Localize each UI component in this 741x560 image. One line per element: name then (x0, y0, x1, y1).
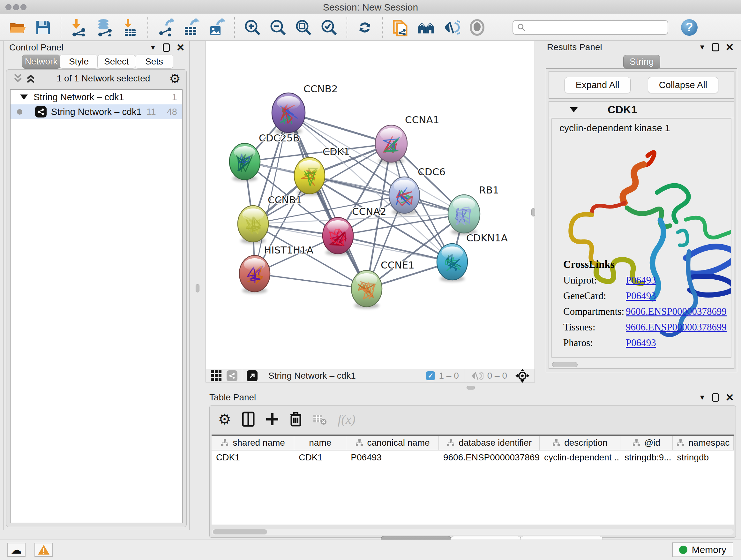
left-splitter-handle[interactable] (196, 284, 199, 293)
gene-card-header[interactable]: CDK1 (549, 102, 734, 118)
node-CDKN1A[interactable] (437, 244, 468, 282)
float-panel-icon[interactable] (712, 393, 719, 401)
right-splitter-handle[interactable] (531, 208, 535, 216)
tab-style[interactable]: Style (60, 55, 98, 69)
detach-view-icon[interactable] (247, 370, 258, 381)
close-panel-icon[interactable]: ✕ (725, 392, 734, 402)
node-RB1[interactable] (448, 195, 480, 235)
table-cell[interactable]: P06493 (346, 450, 439, 465)
network-options-gear-icon[interactable]: ⚙ (169, 72, 181, 85)
results-scrollbar[interactable] (734, 71, 736, 369)
collection-expand-icon[interactable] (20, 95, 28, 100)
table-cell[interactable]: 9606.ENSP00000378699 (439, 450, 540, 465)
export-image-icon[interactable] (208, 19, 225, 36)
table-cell[interactable]: CDK1 (294, 450, 346, 465)
zoom-fit-icon[interactable] (295, 19, 312, 36)
warnings-button[interactable] (35, 543, 53, 557)
hide-graphics-details-icon[interactable] (443, 19, 460, 36)
bottom-splitter-handle[interactable] (467, 386, 475, 389)
collapse-all-networks-icon[interactable] (12, 73, 25, 84)
birds-eye-view-icon[interactable] (468, 19, 486, 36)
column-header-description[interactable]: description (540, 436, 620, 450)
crosslink-link[interactable]: 9606.ENSP00000378699 (626, 321, 727, 333)
expand-all-button[interactable]: Expand All (564, 77, 630, 93)
column-header-database-identifier[interactable]: database identifier (439, 436, 540, 450)
tab-network[interactable]: Network (22, 55, 60, 69)
table-hscrollbar[interactable] (212, 529, 734, 535)
gene-expand-icon[interactable] (570, 107, 578, 112)
zoom-selected-icon[interactable] (320, 19, 338, 36)
float-panel-icon[interactable] (712, 43, 719, 51)
close-panel-icon[interactable]: ✕ (176, 43, 185, 53)
column-header-namespac[interactable]: namespac (673, 436, 734, 450)
collapse-all-button[interactable]: Collapse All (648, 77, 719, 93)
crosslink-link[interactable]: P06493 (626, 274, 656, 286)
show-columns-icon[interactable] (242, 412, 255, 427)
edge-HIST1H1A-CCNE1[interactable] (255, 273, 367, 289)
panel-menu-icon[interactable]: ▼ (149, 44, 156, 51)
column-header-canonical-name[interactable]: canonical name (346, 436, 439, 450)
expand-all-networks-icon[interactable] (25, 73, 38, 84)
zoom-in-icon[interactable] (244, 19, 261, 36)
refresh-icon[interactable] (356, 19, 374, 36)
tab-string[interactable]: String (623, 55, 660, 69)
node-CCNE1[interactable] (351, 270, 382, 308)
table-row[interactable]: CDK1CDK1P064939606.ENSP00000378699cyclin… (212, 450, 734, 465)
network-view-canvas[interactable]: CCNB2CCNA1CDC25BCDK1CDC6RB1CCNB1CCNA2CDK… (205, 41, 535, 369)
table-cell[interactable]: cyclin-dependent ... (540, 450, 620, 465)
float-panel-icon[interactable] (163, 44, 170, 52)
search-field[interactable] (526, 22, 664, 33)
search-input[interactable] (513, 20, 668, 35)
node-CCNB1[interactable] (238, 206, 268, 244)
table-cell[interactable]: stringdb:9... (620, 450, 672, 465)
tab-select[interactable]: Select (97, 55, 136, 69)
tab-sets[interactable]: Sets (135, 55, 173, 69)
table-hscrollbar-thumb[interactable] (213, 530, 267, 535)
table-cell[interactable]: stringdb (672, 450, 734, 465)
import-network-icon[interactable] (70, 19, 87, 36)
selected-nodes-checkbox-icon[interactable]: ✓ (426, 371, 435, 380)
edge-CCNA2-CDKN1A[interactable] (338, 236, 452, 262)
table-panel: Table Panel ▼ ✕ ⚙ f(x) shared namenameca… (205, 391, 741, 540)
column-header-name[interactable]: name (294, 436, 346, 450)
network-collection-row[interactable]: String Network – cdk1 1 (10, 90, 182, 105)
save-session-icon[interactable] (35, 19, 52, 36)
table-cell[interactable]: CDK1 (212, 450, 294, 465)
create-column-icon[interactable] (266, 413, 279, 426)
node-table[interactable]: shared namenamecanonical namedatabase id… (212, 435, 734, 524)
gene-card-hscrollbar[interactable] (552, 362, 578, 367)
show-network-grid-icon[interactable] (211, 370, 221, 381)
node-label-CCNE1: CCNE1 (381, 259, 414, 271)
cytoscape-window: Session: New Session (0, 0, 741, 560)
memory-button[interactable]: Memory (672, 543, 733, 557)
network-row[interactable]: String Network – cdk1 11 48 (10, 105, 182, 119)
panel-menu-icon[interactable]: ▼ (698, 394, 705, 401)
node-HIST1H1A[interactable] (239, 255, 270, 294)
open-session-icon[interactable] (9, 19, 26, 36)
export-network-icon[interactable] (157, 19, 174, 36)
column-header-label: database identifier (459, 438, 532, 448)
network-view-icon[interactable] (226, 370, 238, 381)
crosslink-link[interactable]: 9606.ENSP00000378699 (626, 306, 727, 317)
navigator-crosshair-icon[interactable] (515, 369, 529, 383)
node-CCNA2[interactable] (323, 217, 353, 255)
help-icon[interactable]: ? (681, 19, 697, 36)
close-panel-icon[interactable]: ✕ (725, 42, 734, 52)
clone-network-icon[interactable] (392, 19, 409, 36)
node-CCNA1[interactable] (375, 125, 407, 164)
import-table-icon[interactable] (121, 19, 138, 36)
crosslink-link[interactable]: P06493 (626, 290, 656, 302)
import-network-from-database-icon[interactable] (96, 19, 113, 36)
zoom-out-icon[interactable] (269, 19, 286, 36)
node-CDC25B[interactable] (229, 143, 260, 181)
node-CCNB2[interactable] (272, 93, 305, 134)
column-header--id[interactable]: @id (620, 436, 673, 450)
first-neighbors-icon[interactable] (417, 19, 434, 36)
table-options-gear-icon[interactable]: ⚙ (218, 412, 231, 427)
cloud-status-button[interactable]: ☁ (7, 543, 25, 557)
column-header-shared-name[interactable]: shared name (212, 436, 294, 450)
delete-column-icon[interactable] (290, 412, 302, 427)
crosslink-link[interactable]: P06493 (626, 337, 656, 349)
export-table-icon[interactable] (183, 19, 200, 36)
panel-menu-icon[interactable]: ▼ (698, 44, 705, 51)
